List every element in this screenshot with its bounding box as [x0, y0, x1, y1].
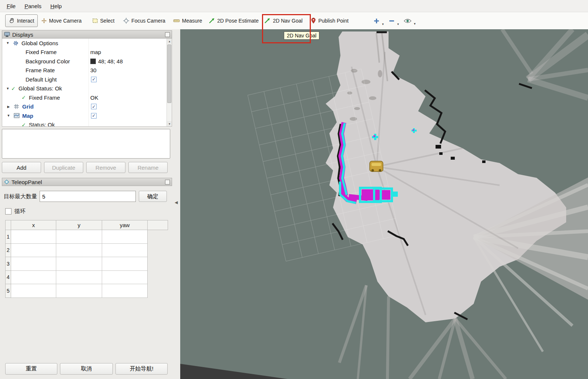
chevron-down-icon[interactable]: ▼ [6, 114, 11, 117]
zoom-out-button[interactable]: ▾ [389, 18, 395, 24]
teleop-panel-title: TeleopPanel [11, 179, 42, 185]
table-cell[interactable] [102, 230, 148, 244]
tree-row-map-status[interactable]: ✓Status: Ok [2, 120, 172, 127]
table-cell[interactable] [56, 284, 102, 298]
visibility-button[interactable]: ▾ [404, 18, 411, 24]
remove-display-button[interactable]: Remove [86, 162, 125, 173]
teleop-panel-header: TeleopPanel [2, 178, 172, 186]
zoom-in-button[interactable]: ▾ [373, 18, 380, 24]
chevron-down-icon[interactable]: ▾ [414, 22, 416, 26]
row-header: 1 [6, 230, 11, 244]
tool-label: 2D Pose Estimate [217, 18, 259, 24]
collapse-panel-arrow[interactable]: ◀ [175, 200, 178, 205]
frame-rate-value[interactable]: 30 [90, 67, 97, 73]
map-scene[interactable] [180, 29, 588, 379]
scrollbar-thumb[interactable] [167, 44, 171, 103]
tool-focus-camera[interactable]: Focus Camera [125, 14, 163, 27]
tree-row-background-color[interactable]: Background Color 48; 48; 48 [2, 57, 172, 66]
tool-label: Focus Camera [131, 18, 165, 24]
tool-measure[interactable]: Measure [174, 14, 201, 27]
duplicate-display-button[interactable]: Duplicate [44, 162, 83, 173]
ruler-icon [173, 18, 180, 23]
tool-publish-point[interactable]: Publish Point [312, 14, 348, 27]
table-cell[interactable] [11, 244, 56, 257]
panel-float-button[interactable] [165, 32, 170, 37]
minus-icon [389, 18, 395, 24]
table-cell[interactable] [102, 271, 148, 285]
fixed-frame-value[interactable]: map [90, 49, 101, 55]
table-cell[interactable] [102, 244, 148, 257]
gear-icon [12, 40, 19, 46]
row-label: Grid [22, 103, 34, 110]
column-header-stub [148, 220, 168, 230]
tree-row-global-status[interactable]: ▼ ✓ Global Status: Ok [2, 84, 172, 93]
tool-select[interactable]: Select [92, 14, 115, 27]
scroll-down-button[interactable]: ▼ [167, 121, 172, 126]
default-light-checkbox[interactable]: ✓ [91, 77, 97, 82]
focus-crosshair-icon [123, 18, 129, 24]
table-cell[interactable] [11, 284, 56, 298]
menu-panels[interactable]: Panels [20, 1, 46, 11]
grid-icon [13, 104, 20, 110]
table-cell[interactable] [11, 271, 56, 285]
max-goal-input[interactable] [40, 191, 136, 202]
table-cell[interactable] [102, 257, 148, 271]
hand-icon [9, 18, 15, 24]
map-enabled-checkbox[interactable]: ✓ [91, 113, 97, 119]
chevron-down-icon[interactable]: ▾ [382, 22, 384, 26]
tree-row-global-options[interactable]: ▼ Global Options [2, 39, 172, 48]
add-display-button[interactable]: Add [2, 162, 41, 173]
tree-row-grid[interactable]: ▶ Grid ✓ [2, 102, 172, 112]
green-arrow-icon [209, 18, 215, 24]
table-cell[interactable] [56, 244, 102, 257]
tree-row-default-light[interactable]: Default Light ✓ [2, 75, 172, 84]
displays-tree: ▼ Global Options Fixed Frame map Backgro… [2, 39, 172, 127]
status-ok-icon: ✓ [21, 122, 27, 127]
table-cell[interactable] [56, 257, 102, 271]
tool-2d-pose-estimate[interactable]: 2D Pose Estimate [212, 14, 255, 27]
table-cell[interactable] [11, 230, 56, 244]
loop-row: 循环 [5, 208, 173, 215]
diamond-icon [4, 179, 9, 184]
tree-row-fixed-frame[interactable]: Fixed Frame map [2, 48, 172, 57]
tool-move-camera[interactable]: Move Camera [41, 14, 81, 27]
loop-checkbox[interactable] [5, 208, 11, 215]
rename-display-button[interactable]: Rename [128, 162, 168, 173]
start-navigation-button[interactable]: 开始导航! [115, 363, 168, 375]
chevron-right-icon[interactable]: ▶ [6, 105, 11, 109]
color-swatch[interactable] [90, 59, 96, 64]
tool-label: 2D Nav Goal [273, 18, 302, 24]
tree-row-status-fixed-frame[interactable]: ✓Fixed Frame OK [2, 93, 172, 102]
chevron-down-icon[interactable]: ▾ [397, 22, 399, 26]
tool-interact[interactable]: Interact [5, 14, 38, 27]
chevron-down-icon[interactable]: ▼ [5, 41, 10, 45]
tool-2d-nav-goal[interactable]: 2D Nav Goal [266, 14, 301, 27]
render-viewport[interactable] [180, 29, 588, 379]
grid-enabled-checkbox[interactable]: ✓ [91, 104, 97, 109]
table-cell[interactable] [102, 284, 148, 298]
table-cell[interactable] [56, 230, 102, 244]
chevron-down-icon[interactable]: ▼ [5, 87, 10, 90]
column-header-y: y [56, 220, 102, 230]
eye-icon [404, 18, 411, 24]
tree-scrollbar[interactable]: ▲ ▼ [167, 39, 172, 126]
table-cell[interactable] [11, 257, 56, 271]
menu-file[interactable]: File [2, 1, 20, 11]
column-header-x: x [11, 220, 56, 230]
scroll-up-button[interactable]: ▲ [167, 39, 172, 44]
row-header: 2 [6, 244, 11, 257]
tree-row-frame-rate[interactable]: Frame Rate 30 [2, 66, 172, 75]
dock-splitter[interactable]: ◀ [173, 29, 180, 379]
cancel-button[interactable]: 取消 [60, 363, 113, 375]
menu-help[interactable]: Help [46, 1, 66, 11]
background-color-value[interactable]: 48; 48; 48 [98, 58, 123, 64]
tree-row-map[interactable]: ▼ Map ✓ [2, 111, 172, 120]
map-pin-icon [311, 18, 316, 24]
confirm-button[interactable]: 确定 [139, 191, 167, 202]
table-cell[interactable] [56, 271, 102, 285]
displays-panel-header: Displays [2, 30, 172, 39]
displays-panel-title: Displays [12, 31, 33, 38]
reset-button[interactable]: 重置 [5, 363, 57, 375]
panel-float-button[interactable] [165, 180, 170, 184]
robot-model [370, 161, 383, 172]
